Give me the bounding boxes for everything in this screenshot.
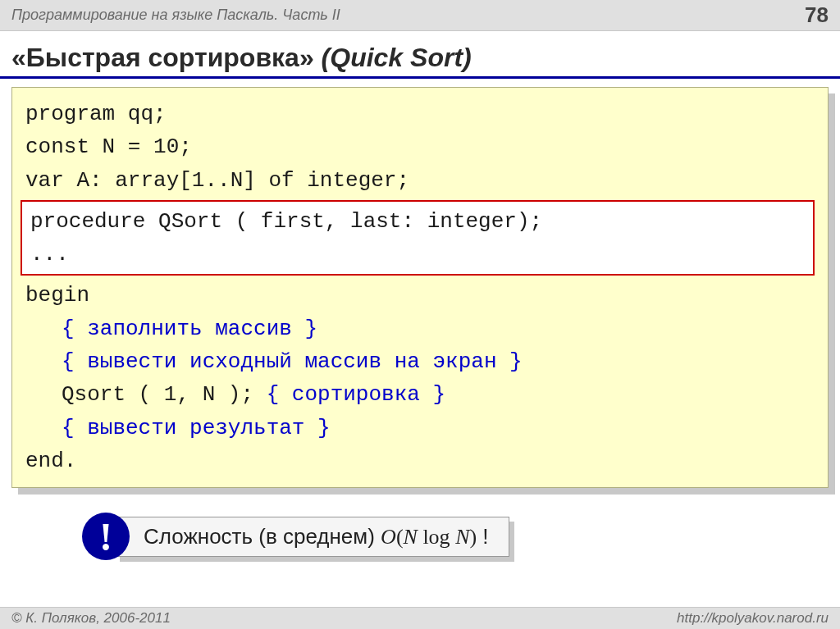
code-comment: { вывести результат }	[25, 412, 815, 444]
code-comment: { вывести исходный массив на экран }	[25, 345, 815, 378]
title-en: (Quick Sort)	[322, 43, 472, 72]
code-block: program qq; const N = 10; var A: array[1…	[11, 87, 829, 488]
slide-title: «Быстрая сортировка» (Quick Sort)	[0, 31, 840, 79]
paren: )	[469, 525, 477, 549]
footer-url: http://kpolyakov.narod.ru	[677, 610, 829, 627]
copyright: © К. Поляков, 2006-2011	[11, 610, 171, 627]
bigO-N2: N	[455, 525, 469, 549]
code-line: procedure QSort ( first, last: integer);	[30, 205, 805, 238]
bigO-N: N	[404, 525, 418, 549]
note-box-wrap: Сложность (в среднем) O(N log N) !	[115, 517, 509, 557]
code-line: end.	[25, 444, 815, 477]
code-line: var A: array[1..N] of integer;	[25, 164, 815, 197]
exclamation-badge: !	[82, 513, 130, 560]
code-line: ...	[30, 238, 805, 271]
title-ru: «Быстрая сортировка»	[11, 43, 314, 72]
bigO-O: O	[381, 525, 396, 549]
complexity-note: ! Сложность (в среднем) O(N log N) !	[82, 513, 840, 560]
slide-footer: © К. Поляков, 2006-2011 http://kpolyakov…	[0, 607, 840, 629]
note-box: Сложность (в среднем) O(N log N) !	[115, 517, 509, 557]
bigO-log: log	[418, 525, 455, 549]
paren: (	[396, 525, 404, 549]
code-line: const N = 10;	[25, 130, 815, 163]
code-line: begin	[25, 279, 815, 312]
code-comment: { сортировка }	[267, 382, 445, 407]
code-block-container: program qq; const N = 10; var A: array[1…	[11, 87, 829, 488]
note-text: Сложность (в среднем)	[144, 524, 381, 549]
code-line: program qq;	[25, 98, 815, 130]
note-tail: !	[477, 524, 488, 549]
highlighted-procedure-box: procedure QSort ( first, last: integer);…	[21, 200, 815, 276]
code-line: Qsort ( 1, N ); { сортировка }	[25, 378, 815, 411]
page-number: 78	[805, 2, 829, 28]
course-name: Программирование на языке Паскаль. Часть…	[11, 7, 340, 24]
slide-header: Программирование на языке Паскаль. Часть…	[0, 0, 840, 31]
code-call: Qsort ( 1, N );	[62, 382, 267, 407]
code-comment: { заполнить массив }	[25, 312, 815, 345]
